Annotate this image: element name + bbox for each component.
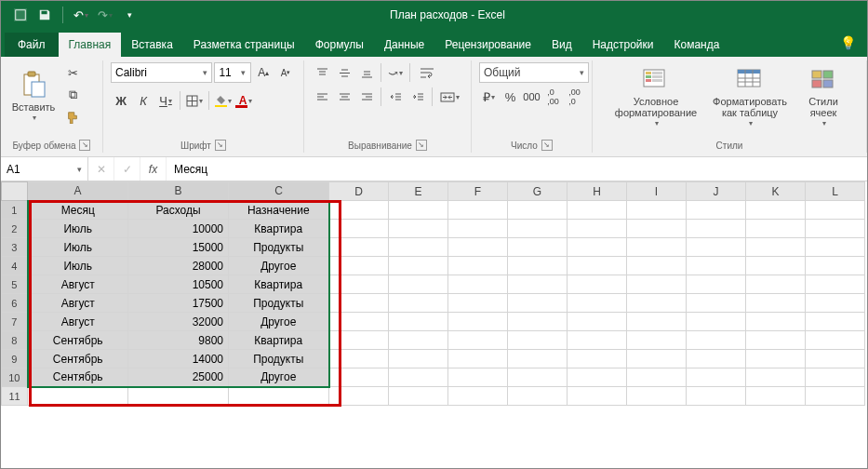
cell[interactable] — [806, 238, 865, 257]
cell[interactable] — [627, 331, 687, 350]
worksheet-grid[interactable]: ABCDEFGHIJKL1МесяцРасходыНазначение2Июль… — [1, 181, 867, 468]
cell[interactable] — [508, 201, 568, 220]
alignment-dialog-launcher[interactable]: ↘ — [416, 140, 427, 151]
cell[interactable] — [329, 387, 389, 406]
tab-page-layout[interactable]: Разметка страницы — [183, 33, 305, 57]
cell[interactable] — [627, 294, 687, 313]
row-header[interactable]: 6 — [2, 294, 28, 313]
cell[interactable]: Расходы — [128, 201, 229, 220]
cell[interactable] — [448, 220, 508, 238]
cell[interactable] — [508, 294, 568, 313]
cell[interactable] — [508, 313, 568, 331]
chevron-down-icon[interactable]: ▾ — [241, 68, 246, 77]
cell[interactable] — [508, 238, 568, 257]
cell[interactable] — [128, 387, 229, 406]
cell[interactable] — [508, 275, 568, 294]
grow-font-button[interactable]: A▴ — [253, 62, 274, 83]
column-header[interactable]: J — [687, 182, 746, 201]
cell[interactable]: Месяц — [28, 201, 128, 220]
cell[interactable] — [806, 368, 865, 387]
cell[interactable] — [627, 313, 687, 331]
column-header[interactable]: A — [28, 182, 128, 201]
cell[interactable] — [627, 387, 687, 406]
row-header[interactable]: 3 — [2, 238, 28, 257]
shrink-font-button[interactable]: A▾ — [275, 62, 296, 83]
formula-input[interactable] — [167, 163, 867, 176]
cell[interactable] — [389, 331, 448, 350]
cell[interactable]: Продукты — [229, 238, 329, 257]
cell[interactable]: Июль — [28, 257, 128, 275]
redo-button[interactable]: ↷▾ — [95, 5, 115, 25]
currency-button[interactable]: ₽▾ — [479, 87, 499, 107]
font-name-combo[interactable]: ▾ — [111, 62, 212, 83]
tab-team[interactable]: Команда — [664, 33, 730, 57]
align-left-button[interactable] — [312, 87, 332, 107]
row-header[interactable]: 7 — [2, 313, 28, 331]
cell[interactable] — [389, 275, 448, 294]
wrap-text-button[interactable] — [414, 62, 440, 83]
column-header[interactable]: F — [448, 182, 508, 201]
cell[interactable] — [627, 350, 687, 368]
chevron-down-icon[interactable]: ▾ — [77, 165, 82, 174]
cell[interactable] — [329, 220, 389, 238]
cell[interactable] — [448, 387, 508, 406]
cell[interactable] — [806, 350, 865, 368]
select-all-corner[interactable] — [2, 182, 28, 201]
align-top-button[interactable] — [312, 62, 332, 83]
cell[interactable] — [389, 257, 448, 275]
cell[interactable] — [746, 257, 806, 275]
font-dialog-launcher[interactable]: ↘ — [215, 140, 226, 151]
cell[interactable] — [389, 368, 448, 387]
cell[interactable] — [687, 368, 746, 387]
cell[interactable] — [229, 387, 329, 406]
cell[interactable] — [329, 201, 389, 220]
paste-button[interactable]: Вставить ▾ — [8, 62, 59, 129]
merge-button[interactable]: ▾ — [436, 87, 462, 107]
cell[interactable]: Другое — [229, 257, 329, 275]
conditional-formatting-button[interactable]: Условное форматирование▾ — [609, 62, 702, 129]
cell[interactable]: Продукты — [229, 350, 329, 368]
cell[interactable]: Июль — [28, 220, 128, 238]
cell[interactable] — [746, 313, 806, 331]
cell[interactable] — [389, 294, 448, 313]
cell[interactable] — [746, 275, 806, 294]
cell[interactable] — [448, 257, 508, 275]
cell[interactable]: Сентябрь — [28, 368, 128, 387]
cell[interactable] — [568, 294, 627, 313]
decrease-indent-button[interactable] — [385, 87, 406, 107]
cell[interactable]: Назначение — [229, 201, 329, 220]
tab-data[interactable]: Данные — [374, 33, 434, 57]
cell[interactable] — [389, 387, 448, 406]
cell[interactable] — [568, 350, 627, 368]
insert-function-button[interactable]: fx — [140, 157, 167, 181]
cell[interactable] — [448, 201, 508, 220]
cell[interactable]: Другое — [229, 313, 329, 331]
cell[interactable] — [508, 387, 568, 406]
column-header[interactable]: L — [806, 182, 865, 201]
cell[interactable] — [746, 238, 806, 257]
cell[interactable] — [568, 220, 627, 238]
cell[interactable] — [687, 238, 746, 257]
cell[interactable] — [806, 220, 865, 238]
cell[interactable] — [746, 220, 806, 238]
cell[interactable] — [746, 331, 806, 350]
row-header[interactable]: 9 — [2, 350, 28, 368]
cell[interactable] — [448, 368, 508, 387]
cell[interactable] — [568, 331, 627, 350]
format-as-table-button[interactable]: Форматировать как таблицу▾ — [706, 62, 794, 129]
cell[interactable] — [687, 220, 746, 238]
cell[interactable] — [389, 220, 448, 238]
cell[interactable] — [687, 350, 746, 368]
cell[interactable]: Другое — [229, 368, 329, 387]
format-painter-button[interactable] — [62, 107, 83, 127]
bold-button[interactable]: Ж — [111, 90, 131, 111]
cell[interactable] — [627, 368, 687, 387]
qat-customize[interactable]: ▾ — [119, 5, 140, 25]
cell[interactable] — [806, 331, 865, 350]
cell[interactable] — [508, 331, 568, 350]
row-header[interactable]: 11 — [2, 387, 28, 406]
italic-button[interactable]: К — [133, 90, 154, 111]
cell[interactable] — [448, 294, 508, 313]
cell[interactable]: Август — [28, 313, 128, 331]
cancel-formula-button[interactable]: ✕ — [88, 157, 114, 181]
